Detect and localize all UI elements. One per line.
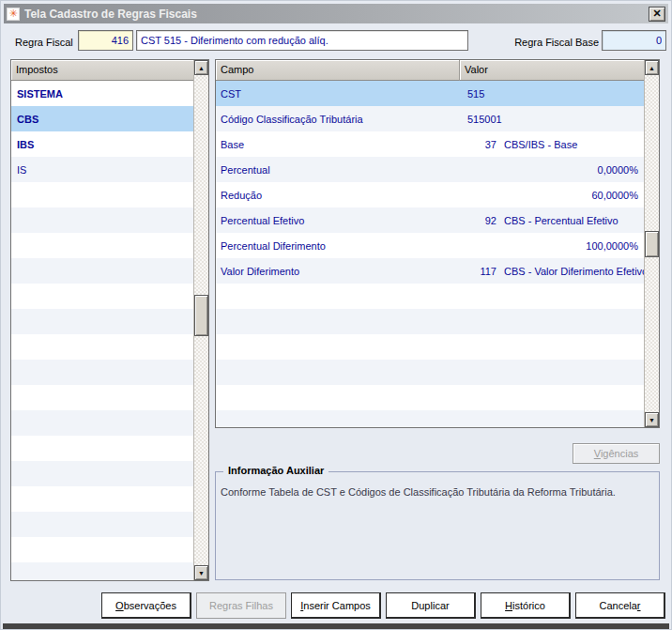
- campo-cell: Percentual Efetivo: [216, 215, 460, 226]
- footer-button-bar: Observações Regras Filhas Inserir Campos…: [101, 592, 665, 619]
- valor-cell: 100,0000%: [460, 240, 644, 252]
- regra-fiscal-base-label: Regra Fiscal Base: [512, 37, 599, 48]
- scrollbar-thumb[interactable]: [645, 231, 659, 257]
- table-row-cst[interactable]: CST 515: [216, 81, 644, 106]
- list-item-is[interactable]: IS: [11, 157, 193, 182]
- list-item-ibs[interactable]: IBS: [11, 131, 193, 157]
- campo-cell: Código Classificação Tributária: [216, 114, 460, 125]
- table-row-percentual-diferimento[interactable]: Percentual Diferimento 100,0000%: [216, 233, 644, 258]
- valor-number: 37: [460, 139, 496, 150]
- valor-cell: 515001: [460, 114, 644, 125]
- title-bar[interactable]: ✳ Tela Cadastro de Regras Fiscais ✕: [4, 4, 668, 23]
- regra-descricao-input[interactable]: [136, 30, 468, 51]
- arrow-down-icon: ▼: [198, 570, 205, 576]
- valor-cell: 117 CBS - Valor Diferimento Efetivo: [460, 266, 644, 277]
- valor-cell: 0,0000%: [460, 164, 644, 176]
- historico-button[interactable]: Histórico: [481, 592, 571, 619]
- duplicar-button[interactable]: Duplicar: [386, 592, 476, 619]
- window-title: Tela Cadastro de Regras Fiscais: [24, 8, 649, 21]
- arrow-down-icon: ▼: [649, 417, 655, 423]
- app-icon: ✳: [7, 8, 20, 21]
- regra-fiscal-input[interactable]: [78, 30, 133, 51]
- table-body: CST 515 Código Classificação Tributária …: [216, 81, 644, 427]
- valor-number: 92: [460, 215, 496, 226]
- close-icon: ✕: [652, 8, 661, 19]
- valor-cell: 60,0000%: [460, 190, 644, 201]
- table-row-base[interactable]: Base 37 CBS/IBS - Base: [216, 131, 644, 157]
- groupbox-title: Informação Auxiliar: [223, 465, 328, 476]
- scroll-down-button[interactable]: ▼: [194, 565, 208, 580]
- regra-fiscal-label: Regra Fiscal: [15, 37, 73, 48]
- campo-cell: Percentual Diferimento: [216, 240, 460, 252]
- inserir-campos-button[interactable]: Inserir Campos: [291, 592, 381, 619]
- impostos-column-header: Impostos: [11, 60, 193, 81]
- arrow-up-icon: ▲: [198, 65, 205, 71]
- impostos-list: SISTEMA CBS IBS IS: [11, 81, 193, 580]
- scrollbar-thumb[interactable]: [194, 295, 208, 336]
- campos-table: Campo Valor CST 515 Código Classificação…: [215, 59, 660, 428]
- impostos-scrollbar[interactable]: ▲ ▼: [193, 60, 208, 580]
- valor-number: 117: [460, 266, 496, 277]
- table-row-codigo-classificacao[interactable]: Código Classificação Tributária 515001: [216, 106, 644, 131]
- scroll-down-button[interactable]: ▼: [645, 412, 659, 427]
- vigencias-button[interactable]: Vigências: [573, 443, 660, 464]
- list-item-sistema[interactable]: SISTEMA: [11, 81, 193, 106]
- table-row-percentual[interactable]: Percentual 0,0000%: [216, 157, 644, 182]
- campo-cell: Valor Diferimento: [216, 266, 460, 277]
- scroll-up-button[interactable]: ▲: [645, 60, 659, 75]
- campo-cell: CST: [216, 88, 460, 100]
- list-item-cbs[interactable]: CBS: [11, 106, 193, 131]
- campo-cell: Redução: [216, 190, 460, 201]
- scroll-up-button[interactable]: ▲: [194, 60, 208, 75]
- observacoes-button[interactable]: Observações: [101, 592, 191, 619]
- table-scrollbar[interactable]: ▲ ▼: [644, 60, 659, 427]
- close-button[interactable]: ✕: [649, 7, 665, 22]
- cancelar-button[interactable]: Cancelar: [575, 592, 665, 619]
- table-row-percentual-efetivo[interactable]: Percentual Efetivo 92 CBS - Percentual E…: [216, 207, 644, 233]
- impostos-panel: Impostos SISTEMA CBS IBS IS ▲ ▼: [10, 59, 209, 581]
- campo-cell: Percentual: [216, 164, 460, 176]
- valor-cell: 92 CBS - Percentual Efetivo: [460, 215, 644, 226]
- regra-fiscal-base-input[interactable]: [602, 30, 666, 51]
- valor-reference: CBS - Percentual Efetivo: [504, 215, 644, 226]
- table-row-valor-diferimento[interactable]: Valor Diferimento 117 CBS - Valor Diferi…: [216, 258, 644, 284]
- informacao-auxiliar-text: Conforme Tabela de CST e Códigos de Clas…: [216, 472, 659, 499]
- informacao-auxiliar-groupbox: Informação Auxiliar Conforme Tabela de C…: [215, 471, 660, 580]
- column-header-campo: Campo: [216, 60, 460, 81]
- arrow-up-icon: ▲: [649, 65, 655, 71]
- regras-filhas-button[interactable]: Regras Filhas: [196, 592, 286, 619]
- column-header-valor: Valor: [460, 60, 644, 81]
- table-row-reducao[interactable]: Redução 60,0000%: [216, 182, 644, 207]
- valor-reference: CBS - Valor Diferimento Efetivo: [504, 266, 644, 277]
- dialog-window: ✳ Tela Cadastro de Regras Fiscais ✕ Regr…: [0, 0, 672, 630]
- valor-reference: CBS/IBS - Base: [504, 139, 644, 150]
- window-bottom-edge: [3, 623, 669, 629]
- valor-cell: 515: [460, 88, 644, 100]
- valor-cell: 37 CBS/IBS - Base: [460, 139, 644, 150]
- campo-cell: Base: [216, 139, 460, 150]
- app-logo-icon: ✳: [8, 8, 17, 19]
- table-header: Campo Valor: [216, 60, 644, 81]
